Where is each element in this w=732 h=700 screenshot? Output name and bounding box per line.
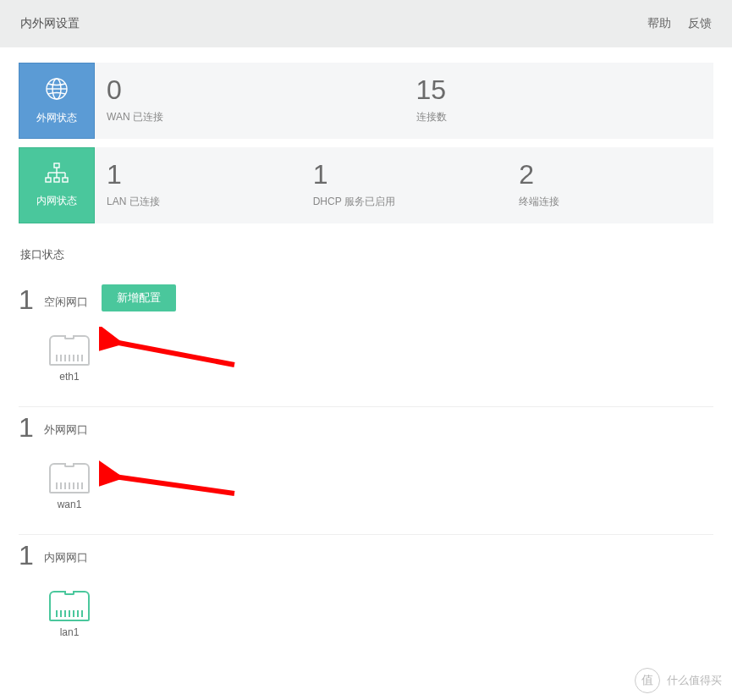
ethernet-port-icon: [49, 335, 90, 366]
svg-line-13: [114, 477, 234, 493]
idle-port-count: 1: [19, 286, 34, 313]
port-label: lan1: [60, 626, 80, 638]
idle-port-title: 空闲网口: [44, 295, 88, 310]
ethernet-port-icon: [49, 463, 90, 493]
port-item-lan1[interactable]: lan1: [49, 591, 90, 638]
network-tree-icon: [43, 163, 70, 187]
svg-rect-4: [46, 178, 51, 182]
port-item-eth1[interactable]: eth1: [49, 335, 90, 383]
feedback-link[interactable]: 反馈: [688, 16, 712, 31]
wan-connected-label: WAN 已连接: [107, 110, 393, 124]
dhcp-label: DHCP 服务已启用: [313, 195, 496, 209]
svg-rect-3: [54, 163, 59, 168]
svg-line-12: [114, 342, 234, 365]
lan-port-title: 内网网口: [44, 550, 88, 565]
lan-connected-label: LAN 已连接: [107, 195, 289, 209]
wan-connections-label: 连接数: [416, 110, 702, 124]
wan-port-group: 1 外网网口 wan1: [19, 407, 713, 535]
dhcp-value: 1: [313, 160, 496, 190]
svg-rect-6: [63, 178, 68, 182]
wan-connections-value: 15: [416, 75, 702, 105]
watermark: 值 什么值得买: [635, 668, 722, 677]
add-config-button[interactable]: 新增配置: [102, 284, 176, 311]
watermark-icon: 值: [635, 668, 660, 677]
wan-connected-value: 0: [107, 75, 393, 105]
lan-status-row: 内网状态 1 LAN 已连接 1 DHCP 服务已启用 2 终端连接: [19, 147, 713, 223]
wan-tile-label: 外网状态: [36, 111, 77, 125]
terminal-cell: 2 终端连接: [507, 147, 713, 223]
lan-port-group: 1 内网网口 lan1: [19, 535, 713, 662]
ethernet-port-icon: [49, 591, 90, 621]
svg-rect-5: [54, 178, 59, 182]
wan-status-row: 外网状态 0 WAN 已连接 15 连接数: [19, 63, 713, 139]
watermark-text: 什么值得买: [667, 673, 722, 677]
terminal-label: 终端连接: [519, 195, 702, 209]
lan-status-tile[interactable]: 内网状态: [19, 147, 95, 223]
dhcp-cell: 1 DHCP 服务已启用: [301, 147, 508, 223]
wan-connections-cell: 15 连接数: [405, 63, 714, 139]
annotation-arrow-icon: [99, 460, 243, 506]
idle-port-group: 1 空闲网口 新增配置 eth1: [19, 278, 713, 407]
lan-port-count: 1: [19, 542, 34, 569]
lan-connected-value: 1: [107, 160, 289, 190]
top-bar: 内外网设置 帮助 反馈: [0, 0, 732, 47]
wan-port-count: 1: [19, 414, 34, 441]
lan-tile-label: 内网状态: [36, 194, 77, 208]
port-status-heading: 接口状态: [20, 247, 713, 262]
wan-port-title: 外网网口: [44, 422, 88, 438]
lan-connected-cell: 1 LAN 已连接: [95, 147, 301, 223]
globe-icon: [44, 76, 69, 104]
wan-status-tile[interactable]: 外网状态: [19, 63, 95, 139]
port-label: eth1: [59, 371, 79, 383]
terminal-value: 2: [519, 160, 702, 190]
annotation-arrow-icon: [99, 327, 243, 373]
page-title: 内外网设置: [20, 16, 80, 31]
port-label: wan1: [58, 499, 82, 510]
wan-connected-cell: 0 WAN 已连接: [95, 63, 405, 139]
help-link[interactable]: 帮助: [647, 16, 671, 31]
port-item-wan1[interactable]: wan1: [49, 463, 90, 510]
